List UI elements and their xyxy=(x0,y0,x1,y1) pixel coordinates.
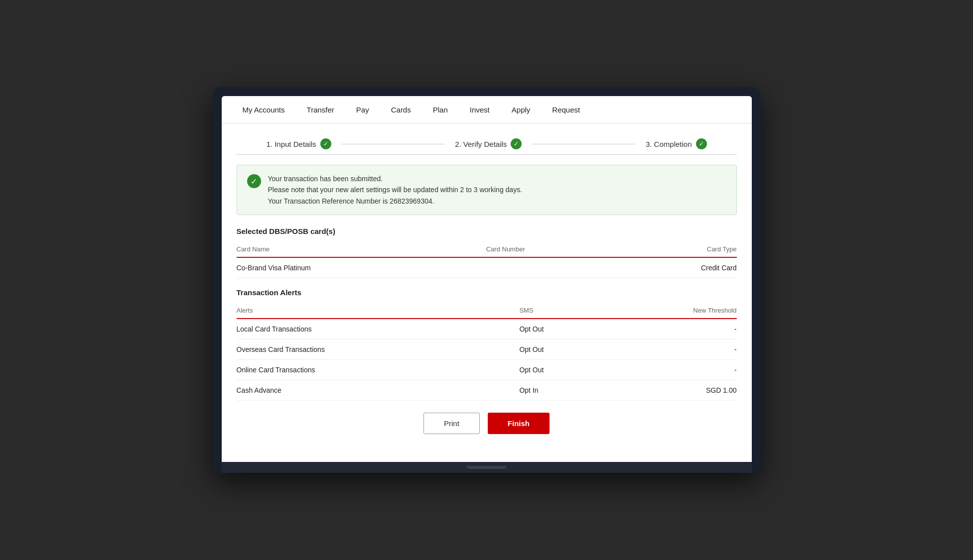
alert-threshold-cell: - xyxy=(597,319,736,339)
table-row: Local Card Transactions Opt Out - xyxy=(237,319,737,339)
alert-name-cell: Local Card Transactions xyxy=(237,319,520,339)
step-3: 3. Completion ✓ xyxy=(646,138,707,149)
nav-pay[interactable]: Pay xyxy=(345,96,380,123)
alert-sms-cell: Opt Out xyxy=(519,360,597,380)
col-card-name: Card Name xyxy=(237,241,486,257)
alert-name-cell: Cash Advance xyxy=(237,380,520,401)
action-buttons: Print Finish xyxy=(237,413,737,434)
success-icon: ✓ xyxy=(247,174,261,188)
nav-my-accounts[interactable]: My Accounts xyxy=(232,96,296,123)
finish-button[interactable]: Finish xyxy=(488,413,550,434)
nav-plan[interactable]: Plan xyxy=(422,96,459,123)
step-1-label: 1. Input Details xyxy=(267,140,316,148)
nav-bar: My Accounts Transfer Pay Cards Plan Inve… xyxy=(222,96,752,123)
alert-name-cell: Overseas Card Transactions xyxy=(237,339,520,360)
steps-bar: 1. Input Details ✓ 2. Verify Details ✓ xyxy=(237,133,737,155)
step-3-label: 3. Completion xyxy=(646,140,692,148)
alert-sms-cell: Opt Out xyxy=(519,319,597,339)
card-number-cell xyxy=(486,257,617,278)
card-name-cell: Co-Brand Visa Platinum xyxy=(237,257,486,278)
step-1: 1. Input Details ✓ xyxy=(267,138,331,149)
print-button[interactable]: Print xyxy=(423,413,480,434)
alert-sms-cell: Opt In xyxy=(519,380,597,401)
success-message: Your transaction has been submitted. Ple… xyxy=(268,173,523,207)
alerts-section: Transaction Alerts Alerts SMS New Thresh… xyxy=(237,288,737,401)
table-row: Cash Advance Opt In SGD 1.00 xyxy=(237,380,737,401)
nav-apply[interactable]: Apply xyxy=(501,96,542,123)
alert-threshold-cell: SGD 1.00 xyxy=(597,380,736,401)
step-2: 2. Verify Details ✓ xyxy=(455,138,522,149)
step-separator-2 xyxy=(532,144,636,144)
alerts-section-title: Transaction Alerts xyxy=(237,288,737,297)
alerts-table: Alerts SMS New Threshold Local Card Tran… xyxy=(237,303,737,401)
cards-section-title: Selected DBS/POSB card(s) xyxy=(237,227,737,235)
card-type-cell: Credit Card xyxy=(617,257,737,278)
alert-threshold-cell: - xyxy=(597,339,736,360)
nav-cards[interactable]: Cards xyxy=(380,96,422,123)
col-alerts: Alerts xyxy=(237,303,520,319)
nav-transfer[interactable]: Transfer xyxy=(296,96,345,123)
success-line1: Your transaction has been submitted. xyxy=(268,173,523,184)
alert-sms-cell: Opt Out xyxy=(519,339,597,360)
table-row: Overseas Card Transactions Opt Out - xyxy=(237,339,737,360)
alert-name-cell: Online Card Transactions xyxy=(237,360,520,380)
col-sms: SMS xyxy=(519,303,597,319)
nav-request[interactable]: Request xyxy=(541,96,591,123)
success-line2: Please note that your new alert settings… xyxy=(268,184,523,195)
cards-section: Selected DBS/POSB card(s) Card Name Card… xyxy=(237,227,737,278)
nav-invest[interactable]: Invest xyxy=(459,96,501,123)
cards-table: Card Name Card Number Card Type Co-Brand… xyxy=(237,241,737,278)
col-card-type: Card Type xyxy=(617,241,737,257)
step-3-check: ✓ xyxy=(696,138,707,149)
step-2-check: ✓ xyxy=(511,138,522,149)
col-card-number: Card Number xyxy=(486,241,617,257)
alert-threshold-cell: - xyxy=(597,360,736,380)
success-notification: ✓ Your transaction has been submitted. P… xyxy=(237,165,737,215)
table-row: Co-Brand Visa Platinum Credit Card xyxy=(237,257,737,278)
step-2-label: 2. Verify Details xyxy=(455,140,507,148)
success-line3: Your Transaction Reference Number is 268… xyxy=(268,196,523,207)
col-threshold: New Threshold xyxy=(597,303,736,319)
main-content: 1. Input Details ✓ 2. Verify Details ✓ xyxy=(222,123,752,462)
step-separator-1 xyxy=(341,144,445,144)
table-row: Online Card Transactions Opt Out - xyxy=(237,360,737,380)
step-1-check: ✓ xyxy=(320,138,331,149)
